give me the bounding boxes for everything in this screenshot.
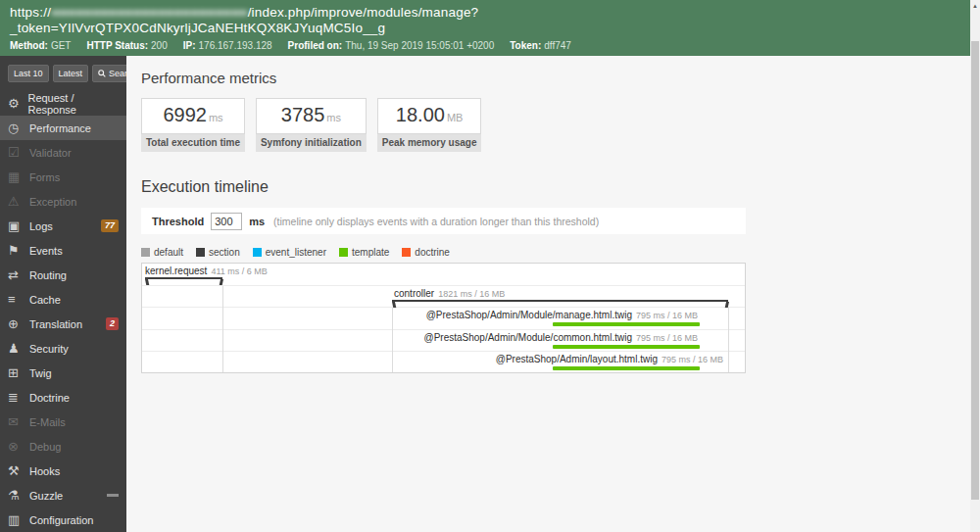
sidebar-item-cache[interactable]: ≡ Cache <box>0 287 126 312</box>
sidebar-item-performance[interactable]: ◷ Performance <box>0 116 126 140</box>
request-meta-http-status: HTTP Status:200 <box>86 40 167 51</box>
search-icon <box>98 70 106 77</box>
timeline-event-label: kernel.request411 ms / 6 MB <box>145 266 268 276</box>
sidebar-item-label: Performance <box>29 122 91 134</box>
legend-color-swatch <box>141 248 150 257</box>
metric-card-symfony-initialization: 3785ms Symfony initialization <box>256 98 367 152</box>
timeline-gridline <box>728 308 729 373</box>
metric-value: 3785 <box>281 104 325 125</box>
timeline-row-prestashop-admin-module-manage-html-twig: @PrestaShop/Admin/Module/manage.html.twi… <box>142 308 745 330</box>
sidebar-item-twig[interactable]: ⊞ Twig <box>0 361 126 385</box>
sidebar-item-hooks[interactable]: ⚒ Hooks <box>0 459 126 483</box>
sidebar-item-label: Guzzle <box>29 490 63 502</box>
sidebar-item-label: Hooks <box>29 465 60 477</box>
metric-cards: 6992ms Total execution time 3785ms Symfo… <box>141 98 970 152</box>
timeline-title: Execution timeline <box>141 178 970 196</box>
legend-color-swatch <box>402 248 411 257</box>
sidebar-item-logs[interactable]: ▣ Logs 77 <box>0 214 126 238</box>
profiler-content: Performance metrics 6992ms Total executi… <box>126 56 970 532</box>
timeline-row-prestashop-admin-module-common-html-twig: @PrestaShop/Admin/Module/common.html.twi… <box>142 330 745 353</box>
latest-button[interactable]: Latest <box>53 65 89 82</box>
sidebar-item-routing[interactable]: ⇄ Routing <box>0 263 126 287</box>
legend-label: template <box>352 247 389 258</box>
metric-unit: MB <box>447 112 464 123</box>
sidebar-menu: ⚙ Request / Response ◷ Performance ☑ Val… <box>0 91 126 532</box>
threshold-panel: Threshold ms (timeline only displays eve… <box>141 208 746 234</box>
sidebar-toolbar: Last 10 Latest Search <box>0 56 126 89</box>
metric-value: 18.00 <box>396 104 445 125</box>
database-icon: ≣ <box>8 391 29 404</box>
last-10-button[interactable]: Last 10 <box>8 65 49 82</box>
legend-label: section <box>209 247 240 258</box>
last-10-label: Last 10 <box>14 69 43 78</box>
metric-card-total-execution-time: 6992ms Total execution time <box>141 98 245 152</box>
metrics-title: Performance metrics <box>141 70 970 86</box>
cache-icon: ≡ <box>8 293 29 306</box>
timeline-bar-section <box>392 300 728 307</box>
threshold-hint: (timeline only displays events with a du… <box>273 216 599 227</box>
scroll-up-icon[interactable]: ▲ <box>970 0 980 11</box>
twig-icon: ⊞ <box>8 366 29 379</box>
timeline-bar-template <box>553 345 700 349</box>
request-meta-token: Token:dff747 <box>510 40 571 51</box>
sidebar-item-events[interactable]: ⚑ Events <box>0 238 126 263</box>
metric-label: Total execution time <box>141 134 245 152</box>
threshold-input[interactable] <box>211 213 242 230</box>
timeline-bar-section <box>145 277 222 284</box>
sidebar-item-configuration[interactable]: ▥ Configuration <box>0 508 126 532</box>
sidebar-item-label: Cache <box>29 294 61 306</box>
timeline-legend: defaultsectionevent_listenertemplatedoct… <box>141 247 970 258</box>
timeline-event-label: controller1821 ms / 16 MB <box>394 288 505 299</box>
timeline-gridline <box>392 308 393 373</box>
metric-label: Peak memory usage <box>377 134 482 152</box>
metric-unit: ms <box>209 112 223 123</box>
sidebar-item-guzzle[interactable]: ⚗ Guzzle <box>0 483 126 508</box>
request-url: https://■■■■■■■■■■■■■■■■■■■■■■■■/index.p… <box>10 5 960 36</box>
clipboard-icon: ▦ <box>8 170 29 183</box>
legend-color-swatch <box>253 248 262 257</box>
logs-icon: ▣ <box>8 219 29 232</box>
timeline-bar-template <box>553 366 700 370</box>
translation-count-badge: 2 <box>106 317 119 330</box>
debug-icon: ⊗ <box>8 440 29 453</box>
envelope-icon: ✉ <box>8 415 29 428</box>
legend-label: default <box>154 247 183 258</box>
url-token-line: _token=YIlVvrQTPX0CdNkyrljJCaNEHtKQX8KJY… <box>10 21 960 36</box>
profiler-sidebar: Last 10 Latest Search ⚙ Request / Respon… <box>0 56 126 532</box>
legend-item-default: default <box>141 247 183 258</box>
sidebar-item-label: Translation <box>29 318 82 330</box>
check-square-icon: ☑ <box>8 146 29 159</box>
request-meta-method: Method:GET <box>10 40 71 51</box>
metric-value: 6992 <box>163 104 207 125</box>
flags-icon: ⚑ <box>8 244 29 257</box>
threshold-unit: ms <box>249 216 265 227</box>
scrollbar[interactable]: ▲ <box>970 0 980 532</box>
sidebar-item-label: Security <box>29 343 69 355</box>
timeline-event-label: @PrestaShop/Admin/layout.html.twig795 ms… <box>496 354 723 364</box>
request-meta-ip: IP:176.167.193.128 <box>183 40 272 51</box>
sidebar-item-request-response[interactable]: ⚙ Request / Response <box>0 91 126 116</box>
legend-label: event_listener <box>266 247 326 258</box>
config-icon: ▥ <box>8 513 29 526</box>
sidebar-item-label: Request / Response <box>27 92 119 116</box>
metric-card-peak-memory-usage: 18.00MB Peak memory usage <box>377 98 482 152</box>
sidebar-item-label: Validator <box>29 147 72 159</box>
logs-count-badge: 77 <box>101 219 119 232</box>
redacted-domain: ■■■■■■■■■■■■■■■■■■■■■■■■ <box>51 6 248 20</box>
sidebar-item-translation[interactable]: ⊕ Translation 2 <box>0 312 126 336</box>
sidebar-item-label: E-Mails <box>29 416 66 428</box>
routing-icon: ⇄ <box>8 268 29 281</box>
sidebar-item-label: Twig <box>29 367 52 379</box>
timeline-event-label: @PrestaShop/Admin/Module/common.html.twi… <box>424 332 699 343</box>
metric-unit: ms <box>326 112 341 123</box>
sidebar-item-label: Logs <box>29 220 53 232</box>
scrollbar-thumb[interactable] <box>971 41 979 500</box>
sidebar-item-doctrine[interactable]: ≣ Doctrine <box>0 385 126 410</box>
sidebar-item-label: Configuration <box>29 514 93 526</box>
sidebar-item-label: Routing <box>29 269 67 281</box>
sidebar-item-label: Debug <box>29 441 61 453</box>
sidebar-item-security[interactable]: ♟ Security <box>0 336 126 361</box>
legend-label: doctrine <box>415 247 450 258</box>
guzzle-icon: ⚗ <box>8 489 29 502</box>
request-meta-row: Method:GETHTTP Status:200IP:176.167.193.… <box>10 40 960 51</box>
